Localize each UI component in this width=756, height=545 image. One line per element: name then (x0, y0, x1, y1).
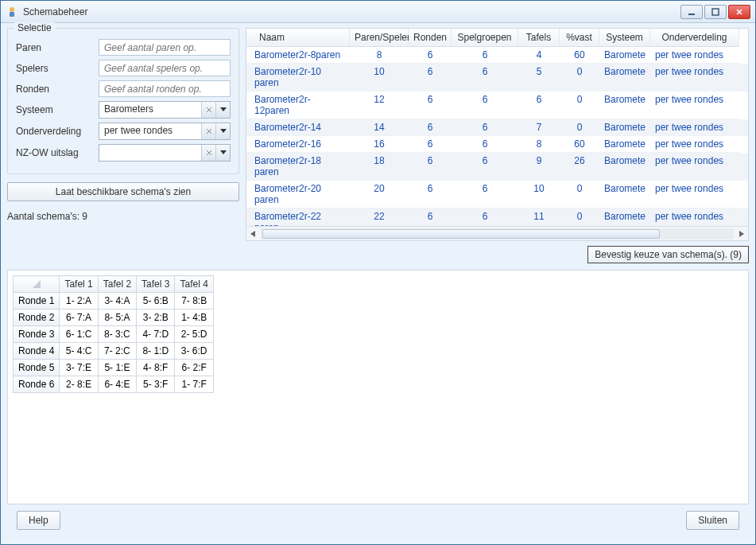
cell-vast: 0 (560, 91, 599, 119)
onderverdeling-combo[interactable]: per twee rondes (99, 123, 231, 140)
grid-row[interactable]: Barometer2r-18 paren1866926Barometeper t… (246, 153, 748, 181)
schedule-cell[interactable]: 3- 4:A (98, 293, 136, 309)
col-onderverdeling[interactable]: Onderverdeling (650, 29, 739, 47)
grid-header: Naam Paren/Spelers Ronden Spelgroepen Ta… (246, 29, 748, 47)
scroll-track[interactable] (261, 228, 734, 239)
col-tafels[interactable]: Tafels (518, 29, 560, 47)
col-systeem[interactable]: Systeem (599, 29, 650, 47)
schedule-cell[interactable]: 5- 4:C (60, 343, 98, 360)
col-vast[interactable]: %vast (560, 29, 599, 47)
schedule-cell[interactable]: 8- 5:A (98, 309, 136, 326)
show-schemas-button[interactable]: Laat beschikbare schema's zien (7, 182, 239, 201)
schedule-cell[interactable]: 6- 7:A (60, 309, 98, 326)
schedule-cell[interactable]: 5- 6:B (137, 293, 175, 309)
grid-row[interactable]: Barometer2r-22 paren2266110Barometeper t… (246, 208, 748, 226)
schedule-cell[interactable]: 8- 3:C (98, 326, 136, 343)
schedule-cell[interactable]: 7- 8:B (175, 293, 213, 309)
chevron-down-icon[interactable] (215, 102, 230, 118)
cell-naam: Barometer2r-10 paren (246, 64, 350, 91)
schedule-cell[interactable]: 3- 2:B (137, 309, 175, 326)
cell-vast: 0 (560, 119, 599, 136)
schedule-cell[interactable]: 2- 5:D (175, 326, 213, 343)
schedule-cell[interactable]: 3- 7:E (60, 360, 98, 376)
nzow-label: NZ-OW uitslag (16, 147, 99, 158)
schedule-cell[interactable]: 4- 8:F (137, 360, 175, 376)
cell-onder: per twee rondes (650, 64, 739, 91)
schedule-cell[interactable]: 2- 8:E (60, 376, 98, 393)
combo-clear-icon[interactable] (201, 145, 215, 161)
grid-row[interactable]: Barometer2r-12paren126660Barometeper twe… (246, 91, 748, 119)
grid-row[interactable]: Barometer2r-10 paren106650Barometeper tw… (246, 64, 748, 91)
nzow-combo[interactable] (99, 144, 231, 162)
cell-systeem: Baromete (599, 119, 650, 136)
schedule-cell[interactable]: 1- 7:F (175, 376, 213, 393)
chevron-down-icon[interactable] (215, 145, 230, 161)
schedule-row-header[interactable]: Ronde 2 (14, 309, 60, 326)
help-button[interactable]: Help (17, 511, 60, 530)
schema-grid[interactable]: Naam Paren/Spelers Ronden Spelgroepen Ta… (246, 28, 749, 241)
minimize-button[interactable] (680, 5, 703, 19)
grid-horizontal-scrollbar[interactable] (246, 226, 748, 240)
cell-ronden: 6 (409, 208, 452, 226)
table-corner (14, 276, 60, 293)
svg-marker-17 (33, 280, 41, 288)
schedule-row-header[interactable]: Ronde 6 (14, 376, 60, 393)
schedule-col-header[interactable]: Tafel 2 (98, 276, 136, 293)
col-paren[interactable]: Paren/Spelers (350, 29, 409, 47)
schedule-cell[interactable]: 6- 2:F (175, 360, 213, 376)
combo-clear-icon[interactable] (201, 123, 215, 139)
schedule-cell[interactable]: 8- 1:D (137, 343, 175, 360)
confirm-selection-button[interactable]: Bevestig keuze van schema(s). (9) (587, 246, 749, 263)
combo-clear-icon[interactable] (201, 102, 215, 118)
systeem-combo[interactable]: Barometers (99, 101, 231, 119)
schedule-col-header[interactable]: Tafel 3 (137, 276, 175, 293)
schedule-col-header[interactable]: Tafel 1 (60, 276, 98, 293)
schedule-cell[interactable]: 6- 1:C (60, 326, 98, 343)
grid-row[interactable]: Barometer2r-20 paren2066100Barometeper t… (246, 181, 748, 208)
grid-row[interactable]: Barometer2r-14146670Barometeper twee ron… (246, 119, 748, 136)
scroll-left-icon[interactable] (246, 227, 259, 240)
cell-ronden: 6 (409, 136, 452, 153)
schedule-row-header[interactable]: Ronde 1 (14, 293, 60, 309)
chevron-down-icon[interactable] (215, 123, 230, 139)
cell-paren: 18 (350, 153, 409, 181)
schedule-cell[interactable]: 5- 3:F (137, 376, 175, 393)
svg-marker-16 (739, 231, 744, 237)
col-spelgroepen[interactable]: Spelgroepen (452, 29, 518, 47)
cell-ronden: 6 (409, 181, 452, 208)
schedule-cell[interactable]: 1- 4:B (175, 309, 213, 326)
schedule-row-header[interactable]: Ronde 4 (14, 343, 60, 360)
spelers-input[interactable] (99, 60, 231, 76)
schedule-cell[interactable]: 7- 2:C (98, 343, 136, 360)
cell-vast: 26 (560, 153, 599, 181)
schedule-cell[interactable]: 5- 1:E (98, 360, 136, 376)
paren-input[interactable] (99, 39, 231, 56)
cell-paren: 10 (350, 64, 409, 91)
schedule-cell[interactable]: 6- 4:E (98, 376, 136, 393)
schedule-row-header[interactable]: Ronde 5 (14, 360, 60, 376)
svg-rect-3 (712, 9, 719, 15)
svg-rect-1 (10, 12, 14, 17)
ronden-input[interactable] (99, 80, 231, 97)
schedule-row-header[interactable]: Ronde 3 (14, 326, 60, 343)
grid-row[interactable]: Barometer2r-8paren866460Barometeper twee… (246, 47, 748, 64)
schedule-cell[interactable]: 4- 7:D (137, 326, 175, 343)
cell-tafels: 10 (518, 181, 560, 208)
col-ronden[interactable]: Ronden (409, 29, 452, 47)
grid-row[interactable]: Barometer2r-161666860Barometeper twee ro… (246, 136, 748, 153)
close-button[interactable] (728, 5, 750, 19)
cell-spel: 6 (452, 119, 518, 136)
sluiten-button[interactable]: Sluiten (686, 511, 739, 530)
maximize-button[interactable] (704, 5, 727, 19)
cell-paren: 14 (350, 119, 409, 136)
col-naam[interactable]: Naam (246, 29, 350, 47)
schedule-cell[interactable]: 3- 6:D (175, 343, 213, 360)
schedule-col-header[interactable]: Tafel 4 (175, 276, 213, 293)
schedule-cell[interactable]: 1- 2:A (60, 293, 98, 309)
svg-marker-15 (250, 231, 255, 237)
cell-spel: 6 (452, 153, 518, 181)
scroll-thumb[interactable] (262, 229, 660, 239)
scroll-right-icon[interactable] (735, 227, 748, 240)
cell-naam: Barometer2r-18 paren (246, 153, 350, 181)
cell-onder: per twee rondes (650, 136, 739, 153)
